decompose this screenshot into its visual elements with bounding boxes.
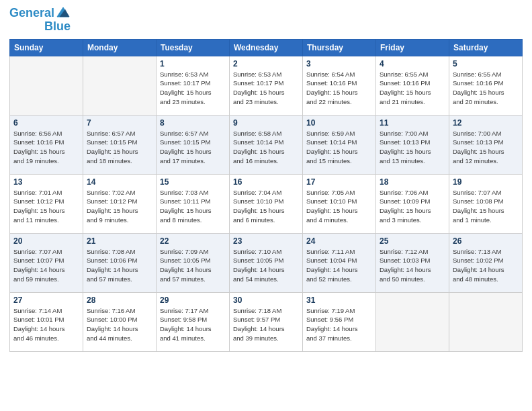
calendar-cell: 29Sunrise: 7:17 AM Sunset: 9:58 PM Dayli… — [157, 292, 230, 351]
calendar-cell: 11Sunrise: 7:00 AM Sunset: 10:13 PM Dayl… — [376, 115, 449, 174]
day-info: Sunrise: 6:59 AM Sunset: 10:14 PM Daylig… — [306, 129, 372, 166]
page: General Blue SundayMondayTuesdayWednesda… — [0, 0, 532, 411]
day-info: Sunrise: 6:58 AM Sunset: 10:14 PM Daylig… — [233, 129, 299, 166]
calendar-cell: 4Sunrise: 6:55 AM Sunset: 10:16 PM Dayli… — [376, 56, 449, 115]
day-info: Sunrise: 7:13 AM Sunset: 10:02 PM Daylig… — [453, 247, 519, 284]
day-info: Sunrise: 7:02 AM Sunset: 10:12 PM Daylig… — [87, 188, 152, 225]
calendar-col-header: Thursday — [303, 39, 376, 56]
day-number: 23 — [233, 236, 299, 246]
day-number: 2 — [233, 59, 299, 68]
day-number: 25 — [380, 236, 445, 246]
day-info: Sunrise: 7:03 AM Sunset: 10:11 PM Daylig… — [160, 188, 226, 225]
day-number: 1 — [160, 59, 226, 68]
day-info: Sunrise: 6:54 AM Sunset: 10:16 PM Daylig… — [306, 70, 372, 107]
calendar-cell: 28Sunrise: 7:16 AM Sunset: 10:00 PM Dayl… — [83, 292, 157, 351]
calendar-cell: 31Sunrise: 7:19 AM Sunset: 9:56 PM Dayli… — [303, 292, 376, 351]
calendar-week-row: 1Sunrise: 6:53 AM Sunset: 10:17 PM Dayli… — [10, 56, 523, 115]
calendar-cell: 5Sunrise: 6:55 AM Sunset: 10:16 PM Dayli… — [449, 56, 523, 115]
calendar-cell: 23Sunrise: 7:10 AM Sunset: 10:05 PM Dayl… — [230, 233, 303, 292]
day-number: 10 — [306, 118, 372, 128]
day-number: 4 — [380, 59, 445, 68]
calendar-cell: 3Sunrise: 6:54 AM Sunset: 10:16 PM Dayli… — [303, 56, 376, 115]
day-number: 8 — [160, 118, 226, 128]
calendar-week-row: 27Sunrise: 7:14 AM Sunset: 10:01 PM Dayl… — [10, 292, 523, 351]
day-info: Sunrise: 7:17 AM Sunset: 9:58 PM Dayligh… — [160, 306, 226, 343]
day-info: Sunrise: 6:57 AM Sunset: 10:15 PM Daylig… — [160, 129, 226, 166]
calendar-cell: 26Sunrise: 7:13 AM Sunset: 10:02 PM Dayl… — [449, 233, 523, 292]
header: General Blue — [9, 7, 523, 34]
calendar-week-row: 13Sunrise: 7:01 AM Sunset: 10:12 PM Dayl… — [10, 174, 523, 233]
calendar-cell: 16Sunrise: 7:04 AM Sunset: 10:10 PM Dayl… — [230, 174, 303, 233]
calendar-cell — [10, 56, 83, 115]
day-number: 17 — [306, 177, 372, 187]
calendar-cell — [83, 56, 157, 115]
day-number: 26 — [453, 236, 519, 246]
day-number: 20 — [13, 236, 79, 246]
calendar-cell: 13Sunrise: 7:01 AM Sunset: 10:12 PM Dayl… — [10, 174, 83, 233]
day-number: 27 — [13, 295, 79, 305]
calendar-col-header: Saturday — [449, 39, 523, 56]
calendar-cell: 22Sunrise: 7:09 AM Sunset: 10:05 PM Dayl… — [157, 233, 230, 292]
day-number: 6 — [13, 118, 79, 128]
logo: General Blue — [9, 7, 71, 34]
day-number: 22 — [160, 236, 226, 246]
day-number: 31 — [306, 295, 372, 305]
day-info: Sunrise: 7:11 AM Sunset: 10:04 PM Daylig… — [306, 247, 372, 284]
day-number: 11 — [380, 118, 445, 128]
calendar-cell — [449, 292, 523, 351]
day-number: 15 — [160, 177, 226, 187]
calendar-col-header: Sunday — [10, 39, 83, 56]
calendar-cell: 21Sunrise: 7:08 AM Sunset: 10:06 PM Dayl… — [83, 233, 157, 292]
logo-blue: Blue — [44, 20, 71, 34]
day-number: 21 — [87, 236, 152, 246]
calendar-cell: 25Sunrise: 7:12 AM Sunset: 10:03 PM Dayl… — [376, 233, 449, 292]
day-number: 13 — [13, 177, 79, 187]
day-info: Sunrise: 6:53 AM Sunset: 10:17 PM Daylig… — [160, 70, 226, 107]
day-info: Sunrise: 6:56 AM Sunset: 10:16 PM Daylig… — [13, 129, 79, 166]
day-number: 12 — [453, 118, 519, 128]
day-number: 9 — [233, 118, 299, 128]
calendar-cell: 9Sunrise: 6:58 AM Sunset: 10:14 PM Dayli… — [230, 115, 303, 174]
calendar-cell: 2Sunrise: 6:53 AM Sunset: 10:17 PM Dayli… — [230, 56, 303, 115]
day-info: Sunrise: 7:01 AM Sunset: 10:12 PM Daylig… — [13, 188, 79, 225]
day-number: 24 — [306, 236, 372, 246]
day-info: Sunrise: 6:55 AM Sunset: 10:16 PM Daylig… — [453, 70, 519, 107]
calendar-cell — [376, 292, 449, 351]
logo-general: General — [9, 6, 54, 19]
day-number: 30 — [233, 295, 299, 305]
day-info: Sunrise: 7:14 AM Sunset: 10:01 PM Daylig… — [13, 306, 79, 343]
day-info: Sunrise: 7:16 AM Sunset: 10:00 PM Daylig… — [87, 306, 152, 343]
calendar-cell: 19Sunrise: 7:07 AM Sunset: 10:08 PM Dayl… — [449, 174, 523, 233]
calendar-col-header: Tuesday — [157, 39, 230, 56]
day-info: Sunrise: 7:06 AM Sunset: 10:09 PM Daylig… — [380, 188, 445, 225]
calendar-cell: 24Sunrise: 7:11 AM Sunset: 10:04 PM Dayl… — [303, 233, 376, 292]
calendar-cell: 15Sunrise: 7:03 AM Sunset: 10:11 PM Dayl… — [157, 174, 230, 233]
calendar-cell: 27Sunrise: 7:14 AM Sunset: 10:01 PM Dayl… — [10, 292, 83, 351]
calendar-cell: 7Sunrise: 6:57 AM Sunset: 10:15 PM Dayli… — [83, 115, 157, 174]
logo-text: General — [9, 7, 54, 20]
calendar-cell: 6Sunrise: 6:56 AM Sunset: 10:16 PM Dayli… — [10, 115, 83, 174]
day-info: Sunrise: 7:19 AM Sunset: 9:56 PM Dayligh… — [306, 306, 372, 343]
day-info: Sunrise: 7:04 AM Sunset: 10:10 PM Daylig… — [233, 188, 299, 225]
day-info: Sunrise: 7:08 AM Sunset: 10:06 PM Daylig… — [87, 247, 152, 284]
day-info: Sunrise: 7:09 AM Sunset: 10:05 PM Daylig… — [160, 247, 226, 284]
calendar-cell: 1Sunrise: 6:53 AM Sunset: 10:17 PM Dayli… — [157, 56, 230, 115]
day-info: Sunrise: 7:07 AM Sunset: 10:07 PM Daylig… — [13, 247, 79, 284]
calendar-cell: 14Sunrise: 7:02 AM Sunset: 10:12 PM Dayl… — [83, 174, 157, 233]
calendar-cell: 18Sunrise: 7:06 AM Sunset: 10:09 PM Dayl… — [376, 174, 449, 233]
day-number: 19 — [453, 177, 519, 187]
day-number: 18 — [380, 177, 445, 187]
calendar-cell: 10Sunrise: 6:59 AM Sunset: 10:14 PM Dayl… — [303, 115, 376, 174]
day-number: 3 — [306, 59, 372, 68]
calendar-cell: 17Sunrise: 7:05 AM Sunset: 10:10 PM Dayl… — [303, 174, 376, 233]
day-info: Sunrise: 7:07 AM Sunset: 10:08 PM Daylig… — [453, 188, 519, 225]
day-info: Sunrise: 6:53 AM Sunset: 10:17 PM Daylig… — [233, 70, 299, 107]
day-info: Sunrise: 7:00 AM Sunset: 10:13 PM Daylig… — [453, 129, 519, 166]
day-info: Sunrise: 6:55 AM Sunset: 10:16 PM Daylig… — [380, 70, 445, 107]
calendar-col-header: Friday — [376, 39, 449, 56]
day-info: Sunrise: 7:18 AM Sunset: 9:57 PM Dayligh… — [233, 306, 299, 343]
calendar-cell: 8Sunrise: 6:57 AM Sunset: 10:15 PM Dayli… — [157, 115, 230, 174]
calendar-table: SundayMondayTuesdayWednesdayThursdayFrid… — [9, 39, 523, 352]
day-info: Sunrise: 7:00 AM Sunset: 10:13 PM Daylig… — [380, 129, 445, 166]
calendar-col-header: Wednesday — [230, 39, 303, 56]
